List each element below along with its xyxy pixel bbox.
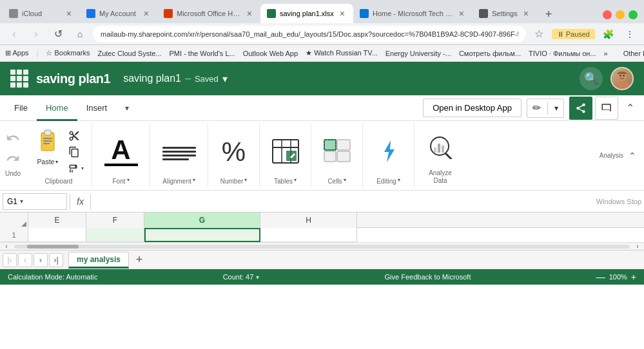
col-header-h[interactable]: H xyxy=(260,212,357,228)
tab-close-icloud[interactable]: × xyxy=(64,8,73,19)
tab-icloud[interactable]: iCloud × xyxy=(3,4,80,23)
undo-button[interactable] xyxy=(4,129,22,147)
tab-file[interactable]: File xyxy=(5,95,37,121)
back-button[interactable]: ‹ xyxy=(5,25,23,43)
cut-button[interactable] xyxy=(66,129,86,143)
doc-title: saving plan1 – Saved ▾ xyxy=(123,73,228,85)
cell-name-box[interactable]: G1 ▾ xyxy=(3,193,67,210)
share-button[interactable] xyxy=(569,97,592,120)
cell-h1[interactable] xyxy=(260,228,357,242)
sheet-nav-last[interactable]: ›| xyxy=(49,253,63,267)
ribbon-chevron-up[interactable]: ⌃ xyxy=(626,149,639,162)
cell-g1[interactable] xyxy=(144,228,260,242)
user-avatar[interactable] xyxy=(610,67,634,90)
edit-pencil-button[interactable]: ✏ xyxy=(527,102,546,114)
tab-insert[interactable]: Insert xyxy=(77,95,117,121)
menu-button[interactable]: ⋮ xyxy=(621,25,639,43)
sheet-tab-my-analysis[interactable]: my analysis xyxy=(68,252,129,269)
tab-close-office-home[interactable]: × xyxy=(245,8,254,19)
col-header-f[interactable]: F xyxy=(86,212,144,228)
add-sheet-button[interactable]: + xyxy=(132,252,147,268)
sheet-nav-first[interactable]: |‹ xyxy=(3,253,17,267)
cell-f1[interactable] xyxy=(86,228,144,242)
number-dropdown-arrow[interactable]: ▾ xyxy=(244,177,247,183)
saved-arrow[interactable]: ▾ xyxy=(222,73,228,85)
font-dropdown-arrow[interactable]: ▾ xyxy=(127,177,130,183)
cell-e1[interactable] xyxy=(28,228,86,242)
collapse-ribbon-button[interactable]: ⌃ xyxy=(621,99,639,117)
header-search-button[interactable]: 🔍 xyxy=(580,67,603,90)
bookmark-watch-russian[interactable]: ★ Watch Russian TV... xyxy=(306,49,378,57)
cells-label-row: Cells ▾ xyxy=(327,175,346,185)
window-minimize-button[interactable] xyxy=(616,10,625,19)
open-desktop-app-button[interactable]: Open in Desktop App xyxy=(423,99,522,117)
tab-close-settings[interactable]: × xyxy=(522,8,531,19)
bookmark-zutec[interactable]: Zutec Cloud Syste... xyxy=(97,50,161,57)
bookmark-bookmarks[interactable]: ☆ Bookmarks xyxy=(46,49,90,57)
tab-excel-file[interactable]: saving plan1.xlsx × xyxy=(260,4,353,23)
tab-close-tech-community[interactable]: × xyxy=(457,8,466,19)
cells-dropdown-arrow[interactable]: ▾ xyxy=(344,177,346,183)
bookmark-pmi[interactable]: PMI - the World's L... xyxy=(170,50,235,57)
forward-button[interactable]: › xyxy=(27,25,45,43)
bookmark-tivio[interactable]: TIVIO · Фильмы он... xyxy=(529,50,596,57)
address-input[interactable] xyxy=(93,26,526,42)
format-painter-button[interactable]: ▾ xyxy=(66,161,86,175)
svg-rect-18 xyxy=(337,151,350,162)
tab-my-account[interactable]: My Account × xyxy=(80,4,157,23)
window-maximize-button[interactable] xyxy=(629,10,638,19)
paused-badge[interactable]: ⏸ Paused xyxy=(552,29,595,39)
zoom-plus-button[interactable]: + xyxy=(631,272,636,282)
h-scroll-thumb[interactable] xyxy=(27,245,79,249)
bookmark-star[interactable]: ☆ xyxy=(530,25,548,43)
extensions-button[interactable]: 🧩 xyxy=(599,25,617,43)
tab-more[interactable]: ▾ xyxy=(116,95,138,121)
bookmark-apps[interactable]: ⊞ Apps xyxy=(5,49,29,57)
app-launcher-icon[interactable] xyxy=(10,70,28,88)
paste-button[interactable]: Paste ▾ xyxy=(31,126,64,175)
undo-icon xyxy=(6,131,20,145)
horizontal-scrollbar[interactable]: ‹ › xyxy=(0,242,644,250)
bookmark-smotret[interactable]: Смотреть фильм... xyxy=(459,50,521,57)
count-dropdown-button[interactable]: ▾ xyxy=(256,274,259,281)
scroll-right-button[interactable]: › xyxy=(632,243,643,250)
formula-bar: G1 ▾ fx Windows Stop xyxy=(0,191,644,212)
copy-button[interactable] xyxy=(66,145,86,159)
bookmark-other[interactable]: Other bookmarks xyxy=(623,50,644,57)
h-scroll-track[interactable] xyxy=(14,245,630,249)
tables-dropdown-arrow[interactable]: ▾ xyxy=(294,177,297,183)
new-tab-button[interactable]: + xyxy=(540,5,558,23)
tab-settings[interactable]: Settings × xyxy=(473,4,537,23)
number-group: % Number ▾ xyxy=(208,124,260,187)
comment-button[interactable] xyxy=(595,97,618,120)
tab-office-home[interactable]: Microsoft Office Home × xyxy=(157,4,260,23)
alignment-group-content xyxy=(162,126,196,175)
sheet-nav-prev[interactable]: ‹ xyxy=(18,253,32,267)
formula-input[interactable] xyxy=(93,193,594,210)
bookmark-energy[interactable]: Energy University -... xyxy=(385,50,451,57)
col-header-e[interactable]: E xyxy=(28,212,86,228)
bookmark-outlook[interactable]: Outlook Web App xyxy=(243,50,298,57)
reload-button[interactable]: ↺ xyxy=(49,25,67,43)
paste-label: Paste ▾ xyxy=(37,158,59,165)
alignment-group: Alignment ▾ xyxy=(150,124,208,187)
edit-dropdown-button[interactable]: ▾ xyxy=(549,104,563,113)
scroll-left-button[interactable]: ‹ xyxy=(1,243,12,250)
alignment-dropdown-arrow[interactable]: ▾ xyxy=(193,177,195,183)
home-button[interactable]: ⌂ xyxy=(71,25,89,43)
sheet-nav-next[interactable]: › xyxy=(34,253,48,267)
bookmark-more[interactable]: » xyxy=(604,50,608,57)
zoom-minus-button[interactable]: — xyxy=(596,272,605,282)
analyze-data-label-row: AnalyzeData xyxy=(429,167,452,185)
cell-name-dropdown-arrow[interactable]: ▾ xyxy=(20,198,23,205)
window-close-button[interactable] xyxy=(603,10,612,19)
editing-dropdown-arrow[interactable]: ▾ xyxy=(398,177,400,183)
calculation-mode-text: Calculation Mode: Automatic xyxy=(8,273,97,281)
tab-home[interactable]: Home xyxy=(37,95,77,121)
svg-rect-8 xyxy=(43,140,52,142)
redo-button[interactable] xyxy=(4,149,22,167)
tab-close-excel[interactable]: × xyxy=(338,8,347,19)
tab-tech-community[interactable]: Home - Microsoft Tech Comm... × xyxy=(353,4,473,23)
col-header-g[interactable]: G xyxy=(144,212,260,228)
tab-close-my-account[interactable]: × xyxy=(142,8,151,19)
